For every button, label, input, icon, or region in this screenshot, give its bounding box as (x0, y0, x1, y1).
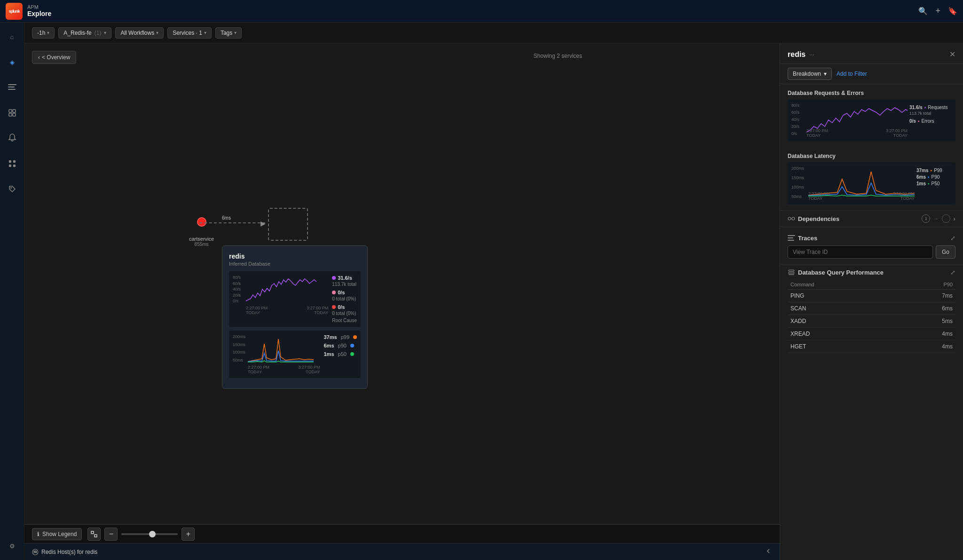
svg-rect-20 (788, 235, 795, 236)
deps-next-button[interactable]: › (953, 215, 955, 222)
table-row: XREAD4ms (788, 328, 955, 340)
service-filter[interactable]: A_Redis-fe (1) ▾ (58, 27, 111, 39)
tags-filter[interactable]: Tags ▾ (215, 27, 242, 39)
svg-point-14 (32, 549, 38, 555)
panel-more-icon[interactable]: ··· (809, 51, 814, 58)
dep-num-icon: 1 (922, 214, 930, 223)
sidebar-item-apps[interactable] (4, 155, 21, 172)
show-legend-button[interactable]: ℹ Show Legend (32, 528, 82, 540)
db-latency-section: Database Latency 200ms150ms100ms50ms (780, 147, 963, 210)
svg-rect-10 (13, 165, 16, 167)
bookmark-icon[interactable]: 🔖 (948, 7, 957, 16)
close-panel-button[interactable]: ✕ (949, 50, 955, 59)
cartservice-node[interactable]: cartservice 855ms (189, 217, 214, 247)
svg-rect-1 (8, 87, 15, 87)
sidebar-item-alerts[interactable] (4, 130, 21, 147)
svg-rect-8 (13, 160, 16, 163)
svg-rect-2 (8, 89, 16, 90)
command-p90: 7ms (896, 290, 955, 302)
explore-label: Explore (27, 10, 51, 17)
svg-rect-24 (789, 272, 794, 274)
command-p90: 5ms (896, 315, 955, 328)
svg-rect-23 (789, 270, 794, 271)
sidebar-item-settings[interactable]: ⚙ (4, 537, 21, 554)
sidebar-item-apm[interactable]: ◈ (4, 54, 21, 71)
fit-view-button[interactable] (87, 528, 101, 541)
chevron-down-icon: ▾ (234, 30, 237, 35)
svg-point-19 (792, 217, 795, 220)
dep-circle-icon (942, 214, 950, 223)
svg-rect-0 (8, 84, 16, 85)
table-row: XADD5ms (788, 315, 955, 328)
tooltip-subtitle: Inferred Database (229, 261, 361, 267)
info-icon: ℹ (37, 531, 39, 537)
command-name: XREAD (788, 328, 896, 340)
sidebar-item-home[interactable]: ⌂ (4, 28, 21, 45)
traces-expand-button[interactable]: ⤢ (950, 235, 955, 242)
add-to-filter-button[interactable]: Add to Filter (837, 71, 867, 77)
cartservice-label: cartservice (189, 236, 214, 242)
top-right-icons: 🔍 + 🔖 (918, 6, 957, 16)
back-arrow-icon: ‹ (38, 54, 40, 61)
svg-rect-7 (9, 160, 11, 163)
zoom-in-button[interactable]: + (182, 528, 195, 541)
redis-hosts-button[interactable]: Redis Host(s) for redis (32, 549, 97, 555)
sidebar-item-logs[interactable] (4, 79, 21, 96)
panel-header: redis ··· ✕ (780, 43, 963, 64)
sidebar-item-tags[interactable] (4, 181, 21, 197)
table-row: PING7ms (788, 290, 955, 302)
dependencies-icon (788, 215, 795, 222)
chevron-down-icon: ▾ (824, 71, 827, 77)
breakdown-row: Breakdown ▾ Add to Filter (780, 64, 963, 84)
dependencies-nav: 1 → › (922, 214, 955, 223)
db-requests-title: Database Requests & Errors (780, 84, 963, 99)
sidebar-item-infra[interactable] (4, 104, 21, 121)
col-p90-header: P90 (896, 280, 955, 290)
trace-go-button[interactable]: Go (936, 245, 955, 259)
edge-arrow-icon: ▶ (260, 220, 266, 227)
db-query-table: Command P90 PING7msSCAN6msXADD5msXREAD4m… (788, 280, 955, 353)
top-bar: splunk APM Explore 🔍 + 🔖 (0, 0, 963, 23)
expand-sidebar-button[interactable] (765, 547, 772, 556)
svg-rect-13 (95, 535, 97, 537)
svg-rect-9 (9, 165, 11, 167)
traces-title: Traces (798, 235, 817, 242)
search-icon[interactable]: 🔍 (918, 7, 928, 16)
add-icon[interactable]: + (935, 6, 940, 16)
panel-service-name: redis (788, 50, 805, 59)
tooltip-title: redis (229, 252, 361, 260)
trace-id-input[interactable] (788, 245, 933, 259)
trace-input-row: Go (788, 245, 955, 259)
overview-button[interactable]: ‹ < Overview (32, 51, 76, 64)
cartservice-ms: 855ms (195, 242, 209, 247)
db-latency-title: Database Latency (780, 147, 963, 162)
zoom-thumb[interactable] (149, 531, 156, 537)
showing-services-text: Showing 2 services (534, 53, 582, 59)
svg-rect-5 (9, 113, 12, 116)
zoom-slider[interactable] (121, 533, 178, 535)
services-filter[interactable]: Services · 1 ▾ (167, 27, 212, 39)
db-latency-chart: 200ms150ms100ms50ms (780, 162, 963, 210)
chevron-down-icon: ▾ (47, 30, 49, 35)
workflow-filter[interactable]: All Workflows ▾ (115, 27, 164, 39)
tooltip-time-start: 2:27:00 PM (246, 306, 268, 310)
svg-rect-4 (13, 110, 16, 112)
splunk-logo[interactable]: splunk (6, 3, 23, 20)
tooltip-chart-requests: 80/s60/s40/s20/s0/s 2:27:00 PMTODAY (229, 271, 361, 327)
right-panel: redis ··· ✕ Breakdown ▾ Add to Filter (780, 43, 963, 560)
tooltip-popup: redis Inferred Database 80/s60/s40/s20/s… (222, 245, 368, 389)
command-name: SCAN (788, 302, 896, 315)
db-expand-button[interactable]: ⤢ (950, 269, 955, 276)
edge-line (199, 222, 265, 223)
time-range-filter[interactable]: -1h ▾ (32, 27, 55, 39)
traces-section: Traces ⤢ Go (780, 227, 963, 264)
redis-db-node[interactable] (268, 208, 308, 241)
db-requests-chart: 80/s60/s40/s20/s0/s 2:27:00 PMTODAY (780, 99, 963, 147)
filter-bar: -1h ▾ A_Redis-fe (1) ▾ All Workflows ▾ S… (24, 23, 963, 43)
tooltip-latency-legend: 37msp99 6msp90 1msp50 (324, 334, 357, 357)
sidebar: ⌂ ◈ ⚙ (0, 23, 24, 560)
db-icon (788, 268, 795, 276)
breakdown-select[interactable]: Breakdown ▾ (788, 68, 832, 80)
zoom-out-button[interactable]: − (104, 528, 118, 541)
svg-point-18 (788, 217, 791, 220)
